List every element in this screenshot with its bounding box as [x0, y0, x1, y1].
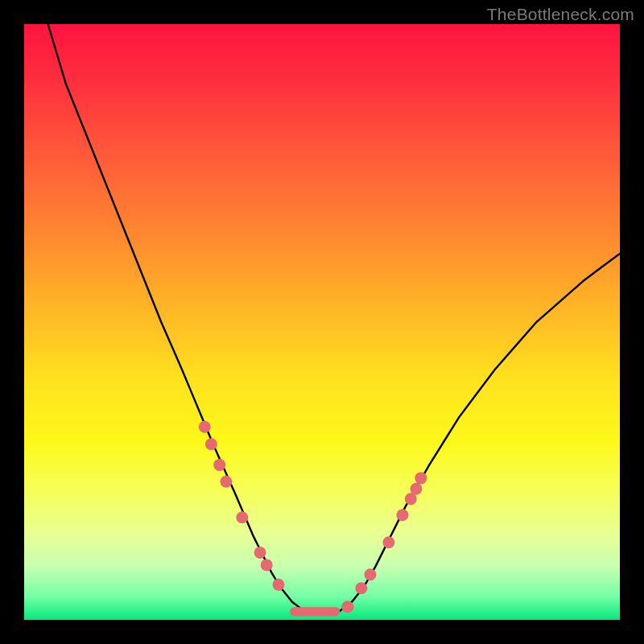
curve-dots-left	[199, 421, 285, 591]
curve-dot	[213, 459, 225, 471]
curve-dots-right	[341, 472, 427, 613]
curve-dot	[205, 438, 217, 450]
flat-connector	[290, 607, 340, 616]
curve-dot	[199, 421, 211, 433]
curve-dot	[415, 472, 427, 484]
curve-dot	[341, 601, 353, 613]
curve-dot	[261, 559, 273, 571]
curve-dot	[410, 483, 422, 495]
curve-dot	[382, 536, 394, 548]
curve-layer	[24, 24, 620, 620]
bottleneck-curve	[48, 24, 620, 614]
curve-dot	[272, 579, 284, 591]
curve-dot	[220, 476, 232, 488]
watermark-text: TheBottleneck.com	[487, 5, 634, 24]
chart-frame: TheBottleneck.com	[0, 0, 644, 644]
curve-dot	[396, 509, 408, 521]
curve-dot	[254, 547, 266, 559]
plot-area	[24, 24, 620, 620]
curve-dot	[355, 582, 367, 594]
curve-dot	[236, 511, 248, 523]
curve-dot	[364, 568, 376, 580]
